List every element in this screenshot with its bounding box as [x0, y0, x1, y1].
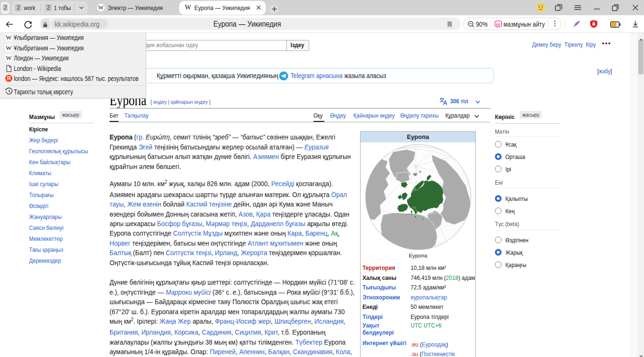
svg-text:66: 66 [496, 22, 500, 27]
